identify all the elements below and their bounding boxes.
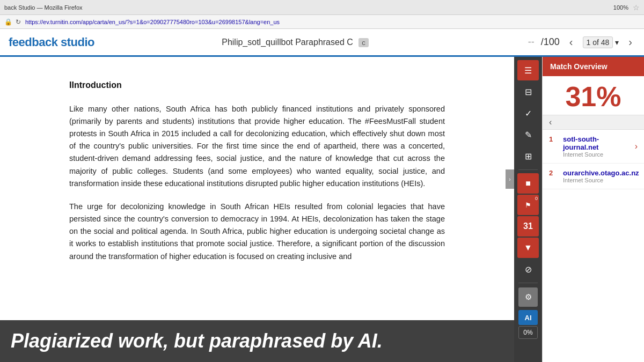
match-num-2: 2 [549, 169, 558, 177]
ai-percent: 0% [518, 326, 538, 339]
collapse-icon: › [509, 176, 510, 182]
match-panel-header[interactable]: Match Overview [543, 57, 644, 76]
address-url[interactable]: https://ev.turnitin.com/app/carta/en_us/… [25, 19, 640, 25]
document-area: IIntroduction Like many other nations, S… [0, 57, 514, 362]
sidebar-separator-2 [518, 283, 538, 283]
check-icon: ✓ [525, 108, 532, 119]
doc-title-name: Philip_sotl_quillbot Paraphrased C [222, 38, 353, 47]
match-type-2: Internet Source [563, 177, 639, 183]
grid-button[interactable]: ⊞ [517, 146, 539, 166]
dropdown-arrow: ▾ [615, 38, 619, 47]
watermark: Plagiarized work, but paraphrased by AI. [0, 320, 514, 362]
document-title: Philip_sotl_quillbot Paraphrased C c [94, 38, 496, 47]
layers2-icon: ⊟ [525, 87, 532, 97]
match-icon: ■ [525, 179, 531, 188]
match-info-1: sotl-south-journal.net Internet Source [563, 135, 630, 158]
doc-paragraph-2: The urge for decolonizing knowledge in S… [69, 201, 445, 263]
sidebar-separator-1 [518, 169, 538, 170]
star-icon: ☆ [633, 3, 640, 12]
prev-page-button[interactable]: ‹ [566, 35, 576, 49]
address-icons: 🔒 ↻ [4, 18, 21, 26]
next-page-button[interactable]: › [625, 35, 635, 49]
match-overview-toggle[interactable]: ■ [517, 173, 539, 194]
match-type-1: Internet Source [563, 151, 630, 158]
header-right: -- /100 ‹ 1 of 48 ▾ › [496, 35, 635, 49]
page-indicator: 1 of 48 ▾ [583, 36, 619, 48]
layers-button[interactable]: ☰ [517, 60, 539, 80]
main-layout: IIntroduction Like many other nations, S… [0, 57, 644, 362]
ban-icon: ⊘ [525, 264, 532, 275]
app-header: feedback studio Philip_sotl_quillbot Par… [0, 29, 644, 57]
browser-chrome: back Studio — Mozilla Firefox 100% ☆ [0, 0, 644, 15]
doc-heading: IIntroduction [69, 78, 445, 92]
ai-badge: AI [518, 310, 538, 325]
match-domain-2: ourarchive.otago.ac.nz [563, 169, 639, 177]
feedback-studio-logo: feedback studio [9, 35, 94, 49]
grid-icon: ⊞ [525, 151, 532, 161]
score-separator: -- [528, 36, 535, 48]
page-dropdown[interactable]: 1 of 48 [583, 36, 613, 48]
sidebar-icons: ☰ ⊟ ✓ ✎ ⊞ ■ ⚑ 0 31 ▼ ⊘ [514, 57, 542, 362]
flag-icon: ⚑ [525, 201, 531, 209]
match-list: 1 sotl-south-journal.net Internet Source… [543, 130, 644, 362]
layers2-button[interactable]: ⊟ [517, 82, 539, 102]
address-bar: 🔒 ↻ https://ev.turnitin.com/app/carta/en… [0, 15, 644, 29]
match-item-1[interactable]: 1 sotl-south-journal.net Internet Source… [543, 130, 644, 164]
flag-button[interactable]: ⚑ 0 [517, 195, 539, 215]
match-panel-nav: ‹ [543, 115, 644, 130]
collapse-panel-button[interactable]: › [506, 169, 514, 189]
doc-title-badge: c [358, 38, 369, 47]
match-percentage: 31% [543, 76, 644, 115]
lock-icon: 🔒 [4, 18, 12, 26]
match-item-2[interactable]: 2 ourarchive.otago.ac.nz Internet Source… [543, 164, 644, 189]
match-panel: Match Overview 31% ‹ 1 sotl-south-journa… [542, 57, 644, 362]
match-num-1: 1 [549, 135, 558, 143]
doc-paragraph-1: Like many other nations, South Africa ha… [69, 103, 445, 190]
filter-button[interactable]: ▼ [517, 238, 539, 258]
settings-button[interactable]: ⚙ [518, 287, 538, 307]
match-arrow-1: › [635, 142, 638, 151]
ban-button[interactable]: ⊘ [517, 259, 539, 279]
match-domain-1: sotl-south-journal.net [563, 135, 630, 151]
settings-icon: ⚙ [525, 292, 532, 302]
layers-icon: ☰ [524, 65, 532, 76]
match-count-button[interactable]: 31 [517, 216, 539, 237]
score-value: /100 [541, 36, 560, 48]
flag-count: 0 [535, 196, 538, 201]
filter-icon: ▼ [524, 243, 532, 253]
browser-title: back Studio — Mozilla Firefox [4, 4, 609, 11]
browser-zoom: 100% [613, 4, 628, 11]
match-info-2: ourarchive.otago.ac.nz Internet Source [563, 169, 639, 183]
edit-button[interactable]: ✎ [517, 124, 539, 145]
doc-content: IIntroduction Like many other nations, S… [69, 78, 445, 263]
refresh-icon: ↻ [16, 18, 21, 26]
edit-icon: ✎ [525, 130, 532, 140]
check-button[interactable]: ✓ [517, 103, 539, 123]
match-panel-prev-button[interactable]: ‹ [547, 117, 554, 127]
